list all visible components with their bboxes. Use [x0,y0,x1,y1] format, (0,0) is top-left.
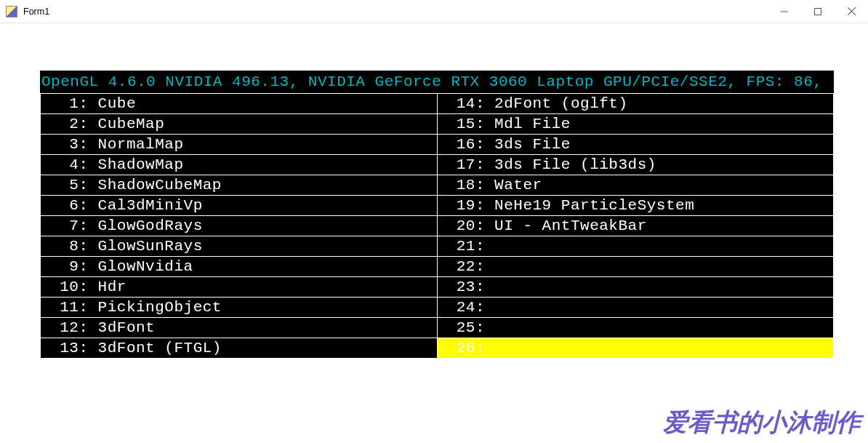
titlebar: Form1 [0,0,868,23]
table-row: 3: NormalMap 16: 3ds File [41,135,834,155]
demo-cell[interactable]: 1: Cube [41,94,438,114]
demo-cell[interactable]: 17: 3ds File (lib3ds) [437,155,834,175]
table-row: 5: ShadowCubeMap 18: Water [41,175,834,196]
demo-cell[interactable]: 14: 2dFont (oglft) [437,94,834,114]
demo-cell[interactable]: 10: Hdr [41,277,438,298]
demo-cell[interactable]: 13: 3dFont (FTGL) [41,338,438,359]
demo-cell[interactable]: 25: [437,318,834,338]
demo-cell[interactable]: 11: PickingObject [41,298,438,318]
table-row: 4: ShadowMap 17: 3ds File (lib3ds) [41,155,834,175]
demo-cell[interactable]: 6: Cal3dMiniVp [41,196,438,216]
demo-cell[interactable]: 15: Mdl File [437,114,834,135]
table-row: 9: GlowNvidia 22: [41,257,834,277]
table-row: 11: PickingObject 24: [41,298,834,318]
demo-cell[interactable]: 8: GlowSunRays [41,236,438,257]
demo-cell[interactable]: 12: 3dFont [41,318,438,338]
table-row: 1: Cube 14: 2dFont (oglft) [41,94,834,114]
demo-cell[interactable]: 9: GlowNvidia [41,257,438,277]
table-row: 10: Hdr 23: [41,277,834,298]
watermark-text: 爱看书的小沐制作 [663,406,861,439]
demo-cell[interactable]: 19: NeHe19 ParticleSystem [437,196,834,216]
table-row: 6: Cal3dMiniVp 19: NeHe19 ParticleSystem [41,196,834,216]
minimize-button[interactable] [768,0,801,23]
demo-cell[interactable]: 21: [437,236,834,257]
app-icon [6,6,17,17]
table-row: 8: GlowSunRays 21: [41,236,834,257]
demo-cell[interactable]: 7: GlowGodRays [41,216,438,236]
table-row: 7: GlowGodRays 20: UI - AntTweakBar [41,216,834,236]
demo-cell[interactable]: 20: UI - AntTweakBar [437,216,834,236]
demo-cell[interactable]: 24: [437,298,834,318]
console-panel: OpenGL 4.6.0 NVIDIA 496.13, NVIDIA GeFor… [40,71,834,359]
gpu-info-line: OpenGL 4.6.0 NVIDIA 496.13, NVIDIA GeFor… [40,71,834,93]
demo-cell[interactable]: 18: Water [437,175,834,196]
table-row: 12: 3dFont 25: [41,318,834,338]
maximize-button[interactable] [801,0,835,23]
demo-cell[interactable]: 23: [437,277,834,298]
table-row: 2: CubeMap 15: Mdl File [41,114,834,135]
close-button[interactable] [835,0,868,23]
window-title: Form1 [23,7,49,17]
demo-table: 1: Cube 14: 2dFont (oglft) 2: CubeMap 15… [40,93,834,359]
demo-cell[interactable]: 4: ShadowMap [41,155,438,175]
demo-cell[interactable]: 2: CubeMap [41,114,438,135]
table-row: 13: 3dFont (FTGL) 26: [41,338,834,359]
svg-rect-1 [815,8,821,15]
demo-cell[interactable]: 5: ShadowCubeMap [41,175,438,196]
client-area: OpenGL 4.6.0 NVIDIA 496.13, NVIDIA GeFor… [0,23,868,443]
demo-cell[interactable]: 26: [437,338,834,359]
demo-cell[interactable]: 22: [437,257,834,277]
demo-cell[interactable]: 16: 3ds File [437,135,834,155]
demo-cell[interactable]: 3: NormalMap [41,135,438,155]
